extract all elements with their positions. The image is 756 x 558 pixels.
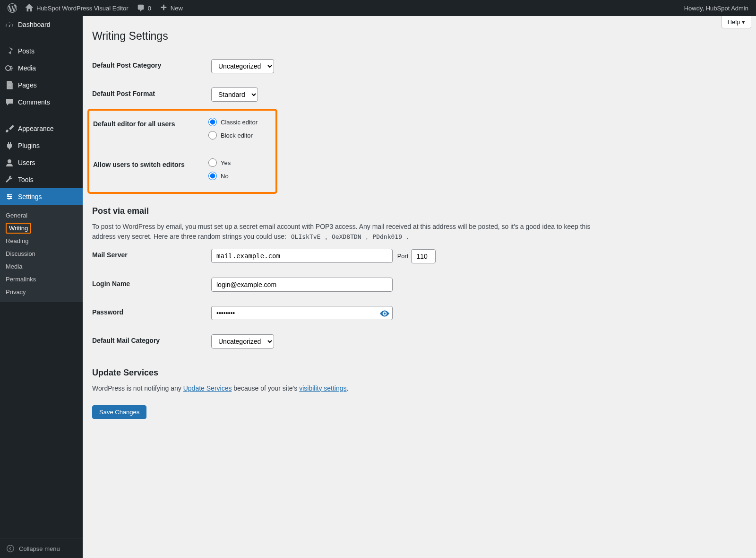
plug-icon xyxy=(5,141,14,150)
update-services-heading: Update Services xyxy=(92,368,747,378)
help-tab[interactable]: Help ▾ xyxy=(722,16,751,28)
mail-settings-table: Mail Server Port Login Name Password xyxy=(92,242,747,356)
comments-link[interactable]: 0 xyxy=(132,0,155,16)
collapse-label: Collapse menu xyxy=(19,545,60,552)
default-post-category-select[interactable]: Uncategorized xyxy=(211,59,274,73)
admin-bar: HubSpot WordPress Visual Editor 0 New Ho… xyxy=(0,0,756,16)
eye-icon xyxy=(379,308,390,319)
greeting-text: Howdy, HubSpot Admin xyxy=(684,5,748,12)
save-changes-button[interactable]: Save Changes xyxy=(92,405,146,419)
wordpress-icon xyxy=(8,3,17,13)
radio-classic-editor[interactable] xyxy=(208,118,217,126)
secret-code-1: OLIskTvE xyxy=(288,232,324,242)
sidebar-item-label: Settings xyxy=(18,193,42,201)
new-content-link[interactable]: New xyxy=(155,0,187,16)
collapse-menu[interactable]: Collapse menu xyxy=(0,539,83,558)
label-password: Password xyxy=(92,299,206,327)
label-default-post-category: Default Post Category xyxy=(92,52,206,80)
editor-highlight-box: Default editor for all users Classic edi… xyxy=(87,109,277,194)
sidebar-item-pages[interactable]: Pages xyxy=(0,77,83,94)
submenu-writing[interactable]: Writing xyxy=(0,222,83,235)
sidebar-item-appearance[interactable]: Appearance xyxy=(0,120,83,137)
post-via-email-heading: Post via email xyxy=(92,206,747,216)
brush-icon xyxy=(5,124,14,133)
radio-label-classic[interactable]: Classic editor xyxy=(221,119,258,126)
visibility-settings-link[interactable]: visibility settings xyxy=(299,384,346,392)
sidebar-item-label: Media xyxy=(18,64,36,72)
pages-icon xyxy=(5,80,14,90)
settings-submenu: General Writing Reading Discussion Media… xyxy=(0,205,83,302)
port-input[interactable] xyxy=(411,249,436,263)
collapse-icon xyxy=(6,544,15,553)
radio-block-editor[interactable] xyxy=(208,131,217,140)
submenu-reading[interactable]: Reading xyxy=(0,235,83,247)
sidebar-item-tools[interactable]: Tools xyxy=(0,171,83,188)
sidebar-item-posts[interactable]: Posts xyxy=(0,43,83,60)
comment-icon xyxy=(136,3,146,13)
svg-point-4 xyxy=(10,196,12,198)
radio-switch-no[interactable] xyxy=(208,172,217,180)
submenu-permalinks[interactable]: Permalinks xyxy=(0,273,83,286)
label-default-post-format: Default Post Format xyxy=(92,80,206,109)
secret-code-3: PDdnk019 xyxy=(369,232,405,242)
login-name-input[interactable] xyxy=(211,278,393,292)
secret-code-2: OeXD8TDN xyxy=(329,232,364,242)
radio-label-no[interactable]: No xyxy=(221,173,229,180)
sidebar-item-label: Comments xyxy=(18,98,50,106)
submenu-media[interactable]: Media xyxy=(0,260,83,273)
sidebar-item-label: Users xyxy=(18,159,35,166)
dashboard-icon xyxy=(5,20,14,29)
default-mail-category-select[interactable]: Uncategorized xyxy=(211,334,274,349)
user-icon xyxy=(5,158,14,167)
sidebar-item-label: Tools xyxy=(18,176,34,183)
settings-table-1: Default Post Category Uncategorized Defa… xyxy=(92,52,747,109)
settings-icon xyxy=(5,192,14,201)
default-post-format-select[interactable]: Standard xyxy=(211,87,258,102)
wp-logo-menu[interactable] xyxy=(4,0,21,16)
submenu-privacy[interactable]: Privacy xyxy=(0,286,83,298)
sidebar-item-dashboard[interactable]: Dashboard xyxy=(0,16,83,33)
sidebar-item-label: Dashboard xyxy=(18,21,51,28)
label-port: Port xyxy=(397,253,409,260)
sidebar-item-label: Posts xyxy=(18,47,34,55)
pin-icon xyxy=(5,46,14,56)
radio-switch-yes[interactable] xyxy=(208,158,217,167)
sidebar-item-media[interactable]: Media xyxy=(0,60,83,77)
label-default-mail-category: Default Mail Category xyxy=(92,327,206,356)
page-title: Writing Settings xyxy=(92,28,747,43)
label-default-editor: Default editor for all users xyxy=(93,111,204,151)
home-icon xyxy=(25,3,34,13)
sidebar-item-label: Plugins xyxy=(18,142,40,149)
sidebar-item-comments[interactable]: Comments xyxy=(0,94,83,111)
update-services-text: WordPress is not notifying any Update Se… xyxy=(92,384,593,393)
new-label: New xyxy=(171,5,183,12)
plus-icon xyxy=(159,3,168,13)
post-via-email-description: To post to WordPress by email, you must … xyxy=(92,222,593,242)
user-greeting[interactable]: Howdy, HubSpot Admin xyxy=(680,0,752,16)
label-mail-server: Mail Server xyxy=(92,242,206,270)
comment-icon xyxy=(5,97,14,107)
submenu-general[interactable]: General xyxy=(0,209,83,222)
submenu-discussion[interactable]: Discussion xyxy=(0,247,83,260)
sidebar-item-settings[interactable]: Settings xyxy=(0,188,83,205)
radio-label-yes[interactable]: Yes xyxy=(221,159,231,166)
mail-server-input[interactable] xyxy=(211,249,393,263)
svg-point-6 xyxy=(7,545,14,552)
password-input[interactable] xyxy=(211,306,393,320)
show-password-button[interactable] xyxy=(379,308,390,320)
content-area: Help ▾ Writing Settings Default Post Cat… xyxy=(83,16,756,558)
update-services-link[interactable]: Update Services xyxy=(183,384,232,392)
svg-point-5 xyxy=(8,198,10,200)
sidebar-item-users[interactable]: Users xyxy=(0,154,83,171)
sidebar-item-plugins[interactable]: Plugins xyxy=(0,137,83,154)
admin-sidebar: Dashboard Posts Media Pages Comments App… xyxy=(0,16,83,558)
site-title-text: HubSpot WordPress Visual Editor xyxy=(36,5,129,12)
admin-bar-left: HubSpot WordPress Visual Editor 0 New xyxy=(4,0,187,16)
svg-point-2 xyxy=(8,159,11,163)
sidebar-item-label: Appearance xyxy=(18,125,54,132)
radio-label-block[interactable]: Block editor xyxy=(221,132,253,139)
svg-rect-1 xyxy=(7,81,12,89)
label-login-name: Login Name xyxy=(92,270,206,299)
sidebar-item-label: Pages xyxy=(18,81,37,89)
site-title-link[interactable]: HubSpot WordPress Visual Editor xyxy=(21,0,132,16)
